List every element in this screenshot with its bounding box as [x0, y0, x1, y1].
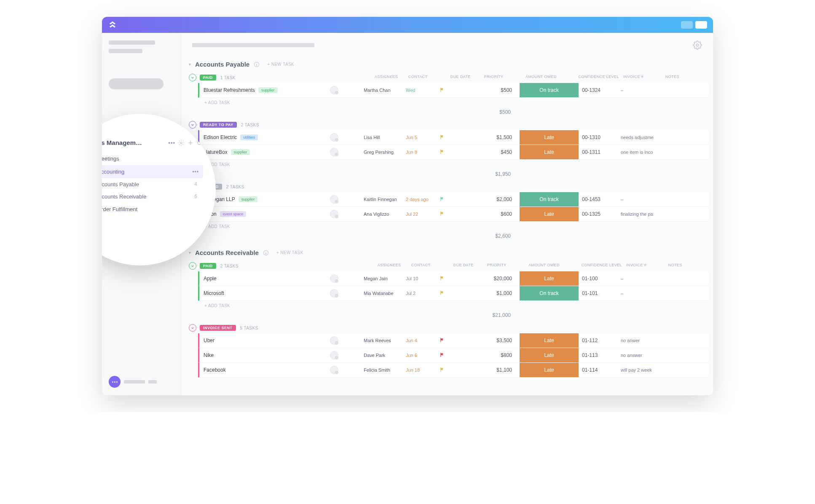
confidence-pill[interactable]: Late — [520, 333, 579, 348]
status-label[interactable]: PAID — [200, 75, 216, 80]
flag-icon[interactable] — [440, 211, 445, 216]
plus-icon[interactable] — [187, 139, 194, 146]
chat-icon[interactable] — [109, 376, 121, 388]
group-header[interactable]: ▾ Accounts Receivable + NEW TASK — [185, 243, 709, 260]
sidebar-list-accounts-receivable[interactable]: Accounts Receivable 6 — [102, 190, 203, 203]
due-date-cell[interactable]: Jun 4 — [406, 338, 440, 343]
chevron-down-icon[interactable]: ▾ — [189, 62, 191, 67]
task-row[interactable]: Uber Mark Reeves Jun 4 $3,500 Late 01-11… — [198, 333, 709, 348]
contact-cell: Kaitlin Finnegan — [364, 197, 406, 202]
flag-icon[interactable] — [440, 87, 445, 92]
task-row[interactable]: Microsoft Mia Watanabe Jul 2 $1,000 On t… — [198, 286, 709, 301]
sidebar-search-placeholder[interactable] — [109, 78, 164, 89]
column-header-priority: PRIORITY — [487, 263, 517, 267]
assignee-avatar[interactable] — [330, 274, 338, 283]
status-collapse-button[interactable] — [189, 262, 196, 270]
sidebar-item-meetings[interactable]: ▶ Meetings — [102, 152, 203, 165]
confidence-pill[interactable]: On track — [520, 286, 579, 300]
confidence-pill[interactable]: On track — [520, 83, 579, 97]
flag-icon[interactable] — [440, 338, 445, 343]
invoice-cell: 01-101 — [579, 290, 621, 296]
flag-icon[interactable] — [440, 352, 445, 357]
add-task-button[interactable]: + ADD TASK — [198, 301, 709, 311]
amount-cell: $500 — [469, 87, 520, 93]
status-label[interactable]: INVOICE SENT — [200, 325, 236, 331]
status-label[interactable]: PAID — [200, 263, 216, 269]
confidence-pill[interactable]: Late — [520, 363, 579, 377]
due-date-cell[interactable]: Wed — [406, 88, 440, 93]
more-icon[interactable]: ••• — [168, 139, 175, 146]
space-title[interactable]: Business Managem… — [102, 139, 166, 146]
task-tag[interactable]: event space — [220, 211, 247, 217]
due-date-cell[interactable]: Jun 8 — [406, 150, 440, 155]
task-tag[interactable]: supplier — [231, 149, 250, 155]
status-collapse-button[interactable] — [189, 74, 196, 81]
group-header[interactable]: ▾ Accounts Payable + NEW TASK — [185, 55, 709, 72]
assignee-avatar[interactable] — [330, 351, 338, 359]
titlebar — [102, 17, 713, 33]
window-minimize-button[interactable] — [681, 21, 693, 29]
flag-icon[interactable] — [440, 290, 445, 295]
confidence-pill[interactable]: On track — [520, 192, 579, 206]
confidence-pill[interactable]: Late — [520, 348, 579, 362]
task-name: Uber — [204, 338, 214, 343]
flag-icon[interactable] — [440, 367, 445, 372]
confidence-pill[interactable]: Late — [520, 207, 579, 221]
flag-icon[interactable] — [440, 276, 445, 281]
due-date-cell[interactable]: Jun 18 — [406, 367, 440, 373]
task-row[interactable]: Edison Electric utilities Lisa Hill Jun … — [198, 130, 709, 145]
flag-icon[interactable] — [440, 134, 445, 139]
assignee-avatar[interactable] — [330, 195, 338, 204]
window-maximize-button[interactable] — [695, 21, 707, 29]
amount-cell: $1,500 — [469, 134, 520, 140]
due-date-cell[interactable]: Jul 10 — [406, 276, 440, 281]
new-task-button[interactable]: + NEW TASK — [276, 250, 303, 255]
confidence-pill[interactable]: Late — [520, 130, 579, 145]
task-name: Bluestar Refreshments — [204, 87, 255, 93]
assignee-avatar[interactable] — [330, 86, 338, 94]
status-collapse-button[interactable] — [189, 121, 196, 129]
add-task-button[interactable]: + ADD TASK — [198, 98, 709, 107]
task-row[interactable]: Finnegan LLP supplier Kaitlin Finnegan 2… — [198, 192, 709, 207]
confidence-pill[interactable]: Late — [520, 271, 579, 286]
add-task-button[interactable]: + ADD TASK — [198, 160, 709, 169]
add-task-button[interactable]: + ADD TASK — [198, 222, 709, 231]
gear-icon[interactable] — [178, 139, 185, 146]
assignee-avatar[interactable] — [330, 336, 338, 345]
confidence-pill[interactable]: Late — [520, 145, 579, 159]
info-icon[interactable] — [254, 62, 260, 67]
due-date-cell[interactable]: Jul 22 — [406, 212, 440, 217]
task-row[interactable]: Nike Dave Park Jun 6 $800 Late 01-113 no… — [198, 348, 709, 363]
new-task-button[interactable]: + NEW TASK — [267, 62, 294, 67]
task-row[interactable]: Facebook Felicia Smith Jun 18 $1,100 Lat… — [198, 363, 709, 378]
chevron-down-icon[interactable]: ▾ — [189, 250, 191, 255]
sidebar-list-accounts-payable[interactable]: Accounts Payable 4 — [102, 178, 203, 190]
task-row[interactable]: Bluestar Refreshments supplier Martha Ch… — [198, 83, 709, 98]
due-date-cell[interactable]: Jul 2 — [406, 291, 440, 296]
status-label[interactable]: READY TO PAY — [200, 122, 237, 128]
contact-cell: Dave Park — [364, 353, 406, 358]
due-date-cell[interactable]: Jun 6 — [406, 353, 440, 358]
more-icon[interactable]: ••• — [192, 169, 199, 175]
task-tag[interactable]: supplier — [239, 196, 258, 202]
assignee-avatar[interactable] — [330, 148, 338, 156]
task-tag[interactable]: supplier — [258, 87, 278, 93]
info-icon[interactable] — [263, 250, 269, 256]
due-date-cell[interactable]: 2 days ago — [406, 197, 440, 202]
flag-icon[interactable] — [440, 196, 445, 201]
assignee-avatar[interactable] — [330, 133, 338, 142]
sidebar-placeholder — [109, 40, 155, 45]
assignee-avatar[interactable] — [330, 289, 338, 298]
task-tag[interactable]: utilities — [240, 134, 258, 140]
task-row[interactable]: Hilton event space Ana Viglizzo Jul 22 $… — [198, 207, 709, 222]
status-collapse-button[interactable] — [189, 324, 196, 332]
sidebar-item-order-fulfillment[interactable]: ▶ Order Fulfillment — [102, 203, 203, 216]
assignee-avatar[interactable] — [330, 366, 338, 374]
task-row[interactable]: Apple Megan Jain Jul 10 $20,000 Late 01-… — [198, 271, 709, 286]
task-row[interactable]: NatureBox supplier Greg Pershing Jun 8 $… — [198, 145, 709, 160]
flag-icon[interactable] — [440, 149, 445, 154]
due-date-cell[interactable]: Jun 5 — [406, 135, 440, 140]
sidebar-item-accounting[interactable]: ▾ Accounting ••• — [102, 165, 203, 178]
gear-icon[interactable] — [693, 40, 702, 50]
assignee-avatar[interactable] — [330, 210, 338, 218]
